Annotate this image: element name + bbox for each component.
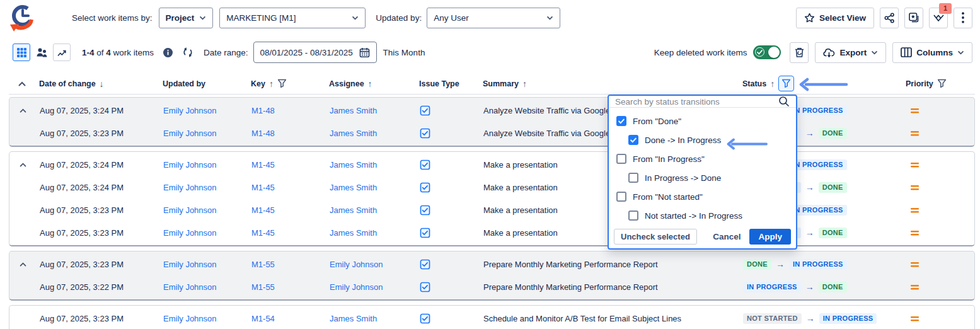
header-date-of-change[interactable]: Date of change ↓ [35,79,159,89]
status-filter-button-active[interactable] [778,76,794,91]
table-row[interactable]: Aug 07, 2025, 3:24 PM Emily Johnson M1-4… [9,99,974,122]
collapse-group-icon[interactable] [20,108,26,113]
saved-views-button[interactable] [904,8,923,28]
sort-asc-icon[interactable]: ↑ [368,79,372,89]
updated-by-link[interactable]: Emily Johnson [159,228,248,238]
issue-key-link[interactable]: M1-54 [248,314,326,323]
header-key[interactable]: Key ↑ [247,79,325,89]
table-row[interactable]: Aug 07, 2025, 3:22 PM Emily Johnson M1-5… [9,275,974,298]
uncheck-selected-button[interactable]: Uncheck selected [614,229,697,245]
header-updated-by[interactable]: Updated by [159,79,247,88]
project-select[interactable]: MARKETING [M1] [219,8,366,28]
chart-view-button[interactable] [53,43,71,61]
status-transition-option[interactable]: In Progress -> Done [609,168,796,187]
deleted-items-button[interactable] [790,42,809,63]
status-to-badge: DONE [819,282,847,292]
priority-medium-icon [910,260,974,268]
export-button[interactable]: Export [815,42,886,63]
sort-asc-icon[interactable]: ↑ [522,79,527,89]
updated-by-link[interactable]: Emily Johnson [159,205,248,215]
status-transition-option[interactable]: Done -> In Progress [609,130,796,149]
sort-desc-icon[interactable]: ↓ [100,79,104,89]
status-transition-search-input[interactable] [615,97,773,107]
grid-view-icon [16,47,27,58]
assignee-link[interactable]: Emily Johnson [326,282,416,292]
select-view-button[interactable]: Select View [796,8,874,28]
collapse-all-cell[interactable] [9,81,35,86]
status-transition-option[interactable]: Not started -> In Progress [609,206,796,225]
header-assignee[interactable]: Assignee ↑ [325,79,415,89]
updated-by-link[interactable]: Emily Johnson [159,129,248,138]
updated-by-link[interactable]: Emily Johnson [159,160,248,170]
collapse-group-icon[interactable] [20,262,26,267]
header-issue-type[interactable]: Issue Type [415,79,479,88]
issue-key-link[interactable]: M1-45 [248,205,326,215]
more-options-button[interactable] [954,8,972,28]
status-transition-option[interactable]: From "In Progress" [609,149,796,168]
issue-key-link[interactable]: M1-55 [248,260,326,269]
columns-button[interactable]: Columns [892,42,972,63]
info-icon[interactable] [163,47,173,58]
assignee-link[interactable]: James Smith [326,129,416,138]
calendar-icon[interactable] [359,47,370,58]
issue-key-link[interactable]: M1-45 [248,228,326,238]
checkbox[interactable] [616,154,626,164]
issue-key-link[interactable]: M1-55 [248,282,326,292]
status-transition-option[interactable]: From "Done" [609,112,796,130]
keep-deleted-toggle[interactable] [753,45,781,59]
people-view-button[interactable] [33,43,50,61]
table-row[interactable]: Aug 07, 2025, 3:23 PM Emily Johnson M1-4… [9,221,974,244]
assignee-link[interactable]: James Smith [326,160,416,170]
updated-by-select[interactable]: Any User [427,8,560,28]
transition-arrow-icon: → [805,282,814,292]
filter-funnel-icon[interactable] [277,79,287,88]
updated-by-link[interactable]: Emily Johnson [159,282,248,292]
updated-by-link[interactable]: Emily Johnson [159,260,248,269]
checkbox[interactable] [628,173,638,183]
select-by-dropdown[interactable]: Project [159,8,214,28]
assignee-link[interactable]: Emily Johnson [326,260,416,269]
issue-key-link[interactable]: M1-45 [248,183,326,192]
table-row[interactable]: Aug 07, 2025, 3:24 PM Emily Johnson M1-4… [9,153,974,176]
table-row[interactable]: Aug 07, 2025, 3:24 PM Emily Johnson M1-4… [9,176,974,199]
assignee-link[interactable]: James Smith [326,205,416,215]
grid-view-button[interactable] [13,43,30,61]
filter-funnel-icon[interactable] [937,79,947,88]
issue-key-link[interactable]: M1-48 [248,129,326,138]
updated-by-link[interactable]: Emily Johnson [159,183,248,192]
header-status[interactable]: Status ↑ [739,76,895,91]
sort-asc-icon[interactable]: ↑ [269,79,274,89]
assignee-link[interactable]: James Smith [326,106,416,115]
double-check-icon [933,13,945,23]
collapse-group-icon[interactable] [20,163,26,167]
table-row[interactable]: Aug 07, 2025, 3:23 PM Emily Johnson M1-4… [9,199,974,221]
apply-button[interactable]: Apply [749,229,791,245]
checkbox[interactable] [628,211,638,221]
changes-filter-button[interactable]: 1 [929,8,948,28]
header-summary[interactable]: Summary ↑ [479,79,739,89]
assignee-link[interactable]: James Smith [326,183,416,192]
checkbox[interactable] [616,116,626,126]
sort-asc-icon[interactable]: ↑ [770,79,775,89]
chevron-down-icon [871,50,878,55]
priority-medium-icon [910,161,974,169]
date-range-input[interactable]: 08/01/2025 - 08/31/2025 [253,42,377,63]
issue-key-link[interactable]: M1-45 [248,160,326,170]
checkbox[interactable] [628,135,638,145]
header-priority[interactable]: Priority [895,79,975,88]
refresh-icon[interactable] [182,47,193,58]
assignee-link[interactable]: James Smith [326,314,416,323]
work-item-group: Aug 07, 2025, 3:24 PM Emily Johnson M1-4… [9,151,975,246]
issue-key-link[interactable]: M1-48 [248,106,326,115]
assignee-link[interactable]: James Smith [326,228,416,238]
updated-by-link[interactable]: Emily Johnson [159,314,248,323]
updated-by-link[interactable]: Emily Johnson [159,106,248,115]
cancel-button[interactable]: Cancel [713,232,741,241]
checkbox[interactable] [616,192,626,202]
status-transition-option[interactable]: From "Not started" [609,187,796,206]
app-logo-history-clock-icon [8,3,37,33]
table-row[interactable]: Aug 07, 2025, 3:23 PM Emily Johnson M1-5… [9,307,974,329]
share-button[interactable] [880,8,899,28]
table-row[interactable]: Aug 07, 2025, 3:23 PM Emily Johnson M1-4… [9,122,974,144]
table-row[interactable]: Aug 07, 2025, 3:23 PM Emily Johnson M1-5… [9,253,974,275]
